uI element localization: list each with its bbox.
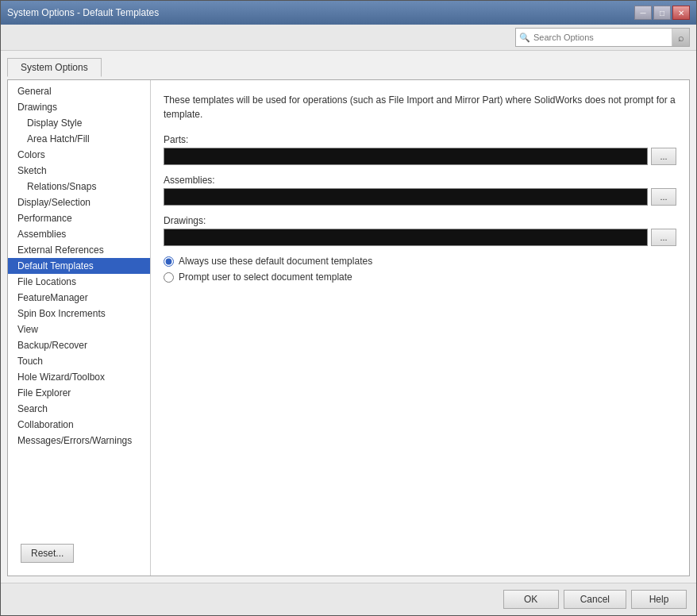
sidebar-wrapper: General Drawings Display Style Area Hatc… [8,80,151,576]
sidebar-item-backup-recover[interactable]: Backup/Recover [8,337,150,353]
sidebar-item-assemblies[interactable]: Assemblies [8,226,150,242]
sidebar-item-general[interactable]: General [8,83,150,99]
radio-always-use: Always use these default document templa… [164,256,676,267]
sidebar-item-display-selection[interactable]: Display/Selection [8,194,150,210]
drawings-field-row: ... [164,229,676,246]
bottom-bar: OK Cancel Help [1,583,696,615]
help-button[interactable]: Help [631,590,687,609]
radio-group: Always use these default document templa… [164,256,676,283]
sidebar-item-colors[interactable]: Colors [8,147,150,163]
assemblies-browse-button[interactable]: ... [651,188,676,206]
reset-area: Reset... [8,531,150,576]
sidebar-item-external-references[interactable]: External References [8,242,150,258]
sidebar-item-performance[interactable]: Performance [8,210,150,226]
sidebar-item-feature-manager[interactable]: FeatureManager [8,290,150,306]
sidebar-item-search[interactable]: Search [8,401,150,417]
toolbar: 🔍 ⌕ [1,25,696,51]
sidebar-list: General Drawings Display Style Area Hatc… [8,80,150,531]
radio-prompt-user: Prompt user to select document template [164,271,676,283]
reset-button[interactable]: Reset... [21,544,74,563]
drawings-label: Drawings: [164,215,676,226]
settings-panel: These templates will be used for operati… [151,80,689,576]
assemblies-field-row: ... [164,188,676,206]
main-window: System Options - Default Templates ─ □ ✕… [0,0,697,616]
parts-field-row: ... [164,148,676,165]
sidebar-item-messages-errors-warnings[interactable]: Messages/Errors/Warnings [8,433,150,449]
sidebar-item-hole-wizard-toolbox[interactable]: Hole Wizard/Toolbox [8,369,150,385]
sidebar-item-relations-snaps[interactable]: Relations/Snaps [8,179,150,194]
window-controls: ─ □ ✕ [634,6,690,20]
drawings-path-display [164,229,648,246]
parts-browse-button[interactable]: ... [651,148,676,165]
parts-field-group: Parts: ... [164,134,676,165]
content-area: General Drawings Display Style Area Hatc… [7,79,690,576]
radio-prompt-user-input[interactable] [164,272,174,283]
search-box: 🔍 ⌕ [515,28,690,47]
close-button[interactable]: ✕ [672,6,690,20]
sidebar-item-view[interactable]: View [8,321,150,337]
sidebar-item-default-templates[interactable]: Default Templates [8,258,150,274]
minimize-button[interactable]: ─ [634,6,652,20]
tab-bar: System Options [7,57,690,76]
sidebar-item-touch[interactable]: Touch [8,353,150,369]
assemblies-field-group: Assemblies: ... [164,175,676,206]
window-title: System Options - Default Templates [7,7,159,18]
ok-button[interactable]: OK [503,590,559,609]
sidebar-item-drawings[interactable]: Drawings [8,99,150,115]
panel-description: These templates will be used for operati… [164,93,676,121]
sidebar-item-sketch[interactable]: Sketch [8,163,150,179]
search-button[interactable]: ⌕ [672,29,689,46]
cancel-button[interactable]: Cancel [564,590,626,609]
radio-always-use-label: Always use these default document templa… [179,256,372,267]
drawings-browse-button[interactable]: ... [651,229,676,246]
maximize-button[interactable]: □ [653,6,671,20]
search-input[interactable] [533,33,672,42]
parts-label: Parts: [164,134,676,145]
sidebar-item-file-explorer[interactable]: File Explorer [8,385,150,401]
assemblies-label: Assemblies: [164,175,676,186]
sidebar-item-area-hatch-fill[interactable]: Area Hatch/Fill [8,131,150,147]
sidebar-item-collaboration[interactable]: Collaboration [8,417,150,433]
sidebar-item-display-style[interactable]: Display Style [8,115,150,131]
parts-path-display [164,148,648,165]
main-content: System Options General Drawings Display … [1,51,696,583]
tab-system-options[interactable]: System Options [7,58,102,77]
radio-always-use-input[interactable] [164,256,174,267]
title-bar: System Options - Default Templates ─ □ ✕ [1,1,696,25]
sidebar-item-spin-box-increments[interactable]: Spin Box Increments [8,306,150,321]
drawings-field-group: Drawings: ... [164,215,676,246]
sidebar-item-file-locations[interactable]: File Locations [8,274,150,290]
assemblies-path-display [164,188,648,206]
search-glass-icon: 🔍 [516,33,533,43]
radio-prompt-user-label: Prompt user to select document template [179,271,352,283]
